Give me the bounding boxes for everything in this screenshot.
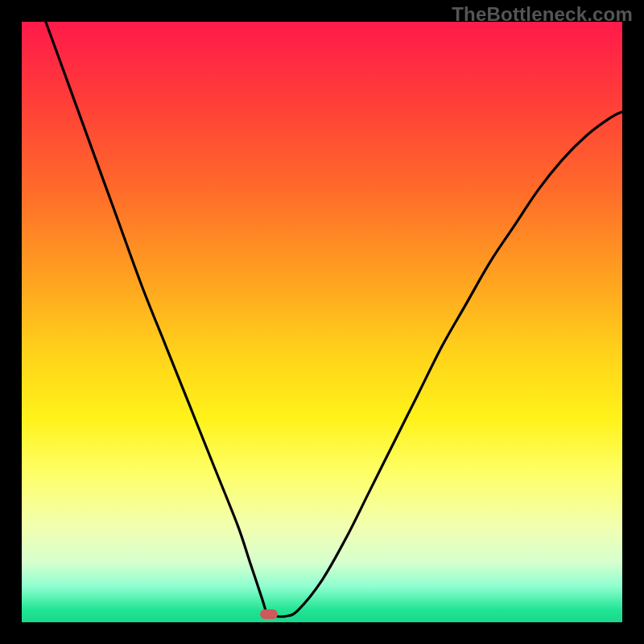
plot-area (22, 22, 622, 622)
optimal-marker (260, 609, 278, 619)
chart-frame: TheBottleneck.com (0, 0, 644, 644)
bottleneck-curve (22, 22, 622, 622)
